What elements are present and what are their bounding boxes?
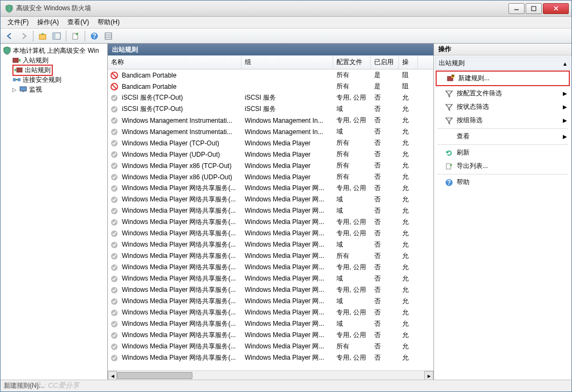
rule-profile: 专用, 公用 — [333, 308, 371, 317]
action-export[interactable]: 导出列表... — [435, 159, 570, 173]
block-icon — [110, 82, 119, 91]
table-row[interactable]: Windows Media Player 网络共享服务(...Windows M… — [108, 318, 433, 330]
rule-enabled: 否 — [371, 93, 399, 102]
rule-group: Windows Media Player 网... — [242, 206, 333, 215]
table-row[interactable]: Windows Media Player x86 (UDP-Out)Window… — [108, 171, 433, 183]
properties-button[interactable] — [102, 30, 115, 42]
table-row[interactable]: Windows Media Player 网络共享服务(...Windows M… — [108, 296, 433, 307]
back-button[interactable] — [3, 30, 16, 42]
menu-action[interactable]: 操作(A) — [33, 17, 63, 28]
rule-action: 允 — [399, 251, 418, 261]
tree-inbound[interactable]: 入站规则 — [1, 55, 107, 65]
disabled-allow-icon — [110, 342, 119, 351]
export-button[interactable] — [69, 30, 82, 42]
table-row[interactable]: Bandicam Portable所有是阻 — [108, 69, 433, 81]
table-row[interactable]: Windows Media Player 网络共享服务(...Windows M… — [108, 273, 433, 284]
rule-action: 允 — [399, 331, 418, 340]
table-row[interactable]: Windows Management Instrumentati...Windo… — [108, 126, 433, 137]
rule-action: 允 — [399, 206, 418, 215]
tree-outbound-label: 出站规则 — [25, 66, 51, 75]
table-row[interactable]: Windows Media Player 网络共享服务(...Windows M… — [108, 216, 433, 228]
forward-button[interactable] — [17, 30, 30, 42]
action-help[interactable]: ? 帮助 — [435, 176, 570, 189]
up-button[interactable] — [36, 30, 49, 42]
svg-rect-16 — [22, 91, 24, 92]
table-row[interactable]: Windows Media Player 网络共享服务(...Windows M… — [108, 183, 433, 194]
rule-action: 允 — [399, 274, 418, 283]
scroll-left-arrow[interactable]: ◂ — [108, 371, 117, 380]
connsec-icon — [12, 75, 21, 84]
toolbar: ? — [1, 29, 571, 44]
col-action[interactable]: 操 — [399, 55, 418, 69]
scroll-right-arrow[interactable]: ▸ — [424, 371, 433, 380]
col-profile[interactable]: 配置文件 — [333, 55, 371, 69]
horizontal-scrollbar[interactable]: ◂ ▸ — [108, 370, 433, 380]
scroll-thumb[interactable] — [117, 372, 192, 379]
rule-group: Windows Media Player 网... — [242, 353, 333, 362]
action-filter-profile[interactable]: 按配置文件筛选 ▶ — [435, 87, 570, 100]
help-button[interactable]: ? — [88, 30, 101, 42]
action-group-header[interactable]: 出站规则 ▴ — [435, 57, 570, 70]
rules-list[interactable]: 名称 组 配置文件 已启用 操 Bandicam Portable所有是阻Ban… — [108, 55, 433, 370]
tree-monitor[interactable]: ▷ 监视 — [1, 85, 107, 94]
disabled-allow-icon — [110, 218, 119, 227]
table-row[interactable]: Windows Media Player 网络共享服务(...Windows M… — [108, 307, 433, 318]
action-help-label: 帮助 — [457, 178, 470, 187]
table-row[interactable]: Windows Management Instrumentati...Windo… — [108, 115, 433, 126]
table-row[interactable]: Windows Media Player (UDP-Out)Windows Me… — [108, 149, 433, 160]
rule-action: 允 — [399, 229, 418, 238]
table-row[interactable]: Windows Media Player 网络共享服务(...Windows M… — [108, 284, 433, 296]
table-row[interactable]: Bandicam Portable所有是阻 — [108, 81, 433, 92]
maximize-button[interactable] — [526, 3, 542, 14]
minimize-button[interactable] — [508, 3, 525, 14]
table-row[interactable]: Windows Media Player 网络共享服务(...Windows M… — [108, 341, 433, 352]
table-row[interactable]: Windows Media Player 网络共享服务(...Windows M… — [108, 352, 433, 363]
rule-name: Windows Media Player 网络共享服务(... — [119, 353, 242, 362]
svg-rect-0 — [532, 6, 536, 11]
rule-enabled: 是 — [371, 82, 399, 91]
rule-action: 允 — [399, 172, 418, 181]
table-row[interactable]: Windows Media Player 网络共享服务(...Windows M… — [108, 239, 433, 250]
rule-profile: 专用, 公用 — [333, 184, 371, 193]
action-view[interactable]: 查看 ▶ — [435, 130, 570, 143]
menu-help[interactable]: 帮助(H) — [93, 17, 124, 28]
rule-group: Windows Media Player 网... — [242, 229, 333, 238]
rule-enabled: 否 — [371, 229, 399, 238]
table-row[interactable]: Windows Media Player 网络共享服务(...Windows M… — [108, 228, 433, 239]
rule-action: 允 — [399, 150, 418, 159]
rule-group: Windows Media Player 网... — [242, 263, 333, 272]
table-row[interactable]: iSCSI 服务(TCP-Out)iSCSI 服务专用, 公用否允 — [108, 92, 433, 103]
table-row[interactable]: Windows Media Player 网络共享服务(...Windows M… — [108, 205, 433, 216]
refresh-icon — [445, 149, 453, 157]
rule-name: Windows Media Player 网络共享服务(... — [119, 206, 242, 215]
show-hide-tree-button[interactable] — [50, 30, 63, 42]
tree-outbound[interactable]: 出站规则 — [1, 65, 107, 75]
table-row[interactable]: Windows Media Player 网络共享服务(...Windows M… — [108, 194, 433, 205]
rule-action: 允 — [399, 285, 418, 295]
rule-enabled: 否 — [371, 308, 399, 317]
close-button[interactable] — [543, 3, 569, 14]
action-filter-profile-label: 按配置文件筛选 — [457, 89, 502, 98]
table-row[interactable]: Windows Media Player 网络共享服务(...Windows M… — [108, 262, 433, 273]
action-new-rule[interactable]: ✶ 新建规则... — [436, 71, 570, 86]
menu-file[interactable]: 文件(F) — [3, 17, 33, 28]
action-filter-group[interactable]: 按组筛选 ▶ — [435, 114, 570, 127]
col-group[interactable]: 组 — [242, 55, 333, 69]
rule-group: Windows Management In... — [242, 117, 333, 124]
status-text: 新建规则(N)... — [4, 381, 44, 390]
expand-icon[interactable]: ▷ — [12, 87, 19, 93]
action-filter-state[interactable]: 按状态筛选 ▶ — [435, 100, 570, 114]
table-row[interactable]: Windows Media Player x86 (TCP-Out)Window… — [108, 160, 433, 171]
table-row[interactable]: Windows Media Player 网络共享服务(...Windows M… — [108, 250, 433, 262]
rule-name: Windows Management Instrumentati... — [119, 128, 242, 136]
tree-root[interactable]: 本地计算机 上的高级安全 Win — [1, 46, 107, 55]
table-row[interactable]: Windows Media Player 网络共享服务(...Windows M… — [108, 330, 433, 341]
action-refresh[interactable]: 刷新 — [435, 146, 570, 159]
table-row[interactable]: Windows Media Player (TCP-Out)Windows Me… — [108, 137, 433, 149]
col-name[interactable]: 名称 — [108, 55, 242, 69]
table-row[interactable]: iSCSI 服务(TCP-Out)iSCSI 服务域否允 — [108, 103, 433, 115]
disabled-allow-icon — [110, 263, 119, 272]
col-enabled[interactable]: 已启用 — [371, 55, 399, 69]
tree-connsec[interactable]: 连接安全规则 — [1, 75, 107, 85]
menu-view[interactable]: 查看(V) — [63, 17, 93, 28]
